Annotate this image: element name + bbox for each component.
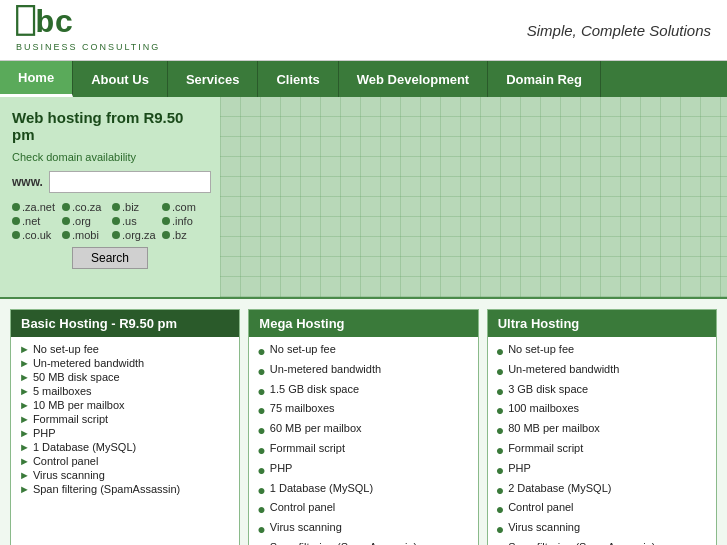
basic-hosting-header: Basic Hosting - R9.50 pm	[11, 310, 239, 337]
tld-net[interactable]: .net	[12, 215, 58, 227]
list-item: ►50 MB disk space	[19, 371, 231, 383]
list-item: ●Control panel	[496, 501, 708, 518]
header: ⎕bc BUSINESS CONSULTING Simple, Complete…	[0, 0, 727, 61]
nav-services[interactable]: Services	[168, 61, 259, 97]
nav-domainreg[interactable]: Domain Reg	[488, 61, 601, 97]
domain-row: www.	[12, 171, 208, 193]
list-item: ●2 Database (MySQL)	[496, 482, 708, 499]
list-item: ●Formmail script	[257, 442, 469, 459]
content-area: Web hosting from R9.50 pm Check domain a…	[0, 97, 727, 297]
list-item: ►Virus scanning	[19, 469, 231, 481]
search-button[interactable]: Search	[72, 247, 148, 269]
grid-background	[220, 97, 727, 297]
tld-info[interactable]: .info	[162, 215, 208, 227]
list-item: ►Span filtering (SpamAssassin)	[19, 483, 231, 495]
list-item: ►1 Database (MySQL)	[19, 441, 231, 453]
list-item: ●Virus scanning	[496, 521, 708, 538]
search-panel: Web hosting from R9.50 pm Check domain a…	[0, 97, 220, 297]
list-item: ►10 MB per mailbox	[19, 399, 231, 411]
tld-org[interactable]: .org	[62, 215, 108, 227]
list-item: ●1.5 GB disk space	[257, 383, 469, 400]
basic-hosting-body: ►No set-up fee ►Un-metered bandwidth ►50…	[11, 337, 239, 503]
nav-about[interactable]: About Us	[73, 61, 168, 97]
main-nav: Home About Us Services Clients Web Devel…	[0, 61, 727, 97]
ultra-hosting-body: ●No set-up fee ●Un-metered bandwidth ●3 …	[488, 337, 716, 545]
list-item: ►5 mailboxes	[19, 385, 231, 397]
basic-hosting-box: Basic Hosting - R9.50 pm ►No set-up fee …	[10, 309, 240, 545]
ultra-hosting-box: Ultra Hosting ●No set-up fee ●Un-metered…	[487, 309, 717, 545]
logo-subtitle: BUSINESS CONSULTING	[16, 42, 160, 52]
list-item: ●No set-up fee	[257, 343, 469, 360]
list-item: ●Un-metered bandwidth	[257, 363, 469, 380]
tld-biz[interactable]: .biz	[112, 201, 158, 213]
list-item: ●80 MB per mailbox	[496, 422, 708, 439]
nav-home[interactable]: Home	[0, 61, 73, 97]
list-item: ●Span filtering (SpamAssassin)	[257, 541, 469, 545]
list-item: ●No set-up fee	[496, 343, 708, 360]
nav-webdev[interactable]: Web Development	[339, 61, 488, 97]
list-item: ►Formmail script	[19, 413, 231, 425]
tld-com[interactable]: .com	[162, 201, 208, 213]
tld-us[interactable]: .us	[112, 215, 158, 227]
logo-area: ⎕bc BUSINESS CONSULTING	[16, 8, 160, 52]
mega-hosting-box: Mega Hosting ●No set-up fee ●Un-metered …	[248, 309, 478, 545]
list-item: ►Control panel	[19, 455, 231, 467]
list-item: ●Virus scanning	[257, 521, 469, 538]
list-item: ●60 MB per mailbox	[257, 422, 469, 439]
search-title: Web hosting from R9.50 pm	[12, 109, 208, 143]
mega-hosting-header: Mega Hosting	[249, 310, 477, 337]
search-subtitle: Check domain availability	[12, 151, 208, 163]
tld-grid: .za.net .co.za .biz .com .net .org .us .…	[12, 201, 208, 241]
list-item: ●Control panel	[257, 501, 469, 518]
list-item: ●Un-metered bandwidth	[496, 363, 708, 380]
list-item: ●1 Database (MySQL)	[257, 482, 469, 499]
tld-bz[interactable]: .bz	[162, 229, 208, 241]
tld-za-net[interactable]: .za.net	[12, 201, 58, 213]
list-item: ►Un-metered bandwidth	[19, 357, 231, 369]
list-item: ●Formmail script	[496, 442, 708, 459]
list-item: ●75 mailboxes	[257, 402, 469, 419]
domain-label: www.	[12, 175, 43, 189]
nav-clients[interactable]: Clients	[258, 61, 338, 97]
tld-co-za[interactable]: .co.za	[62, 201, 108, 213]
mega-hosting-body: ●No set-up fee ●Un-metered bandwidth ●1.…	[249, 337, 477, 545]
list-item: ●Span filtering (SpamAssassin)	[496, 541, 708, 545]
list-item: ●3 GB disk space	[496, 383, 708, 400]
list-item: ●PHP	[496, 462, 708, 479]
ultra-hosting-header: Ultra Hosting	[488, 310, 716, 337]
hosting-section: Basic Hosting - R9.50 pm ►No set-up fee …	[0, 297, 727, 545]
logo-icon: ⎕bc	[16, 8, 160, 40]
tld-co-uk[interactable]: .co.uk	[12, 229, 58, 241]
tld-org-za[interactable]: .org.za	[112, 229, 158, 241]
list-item: ►No set-up fee	[19, 343, 231, 355]
list-item: ●100 mailboxes	[496, 402, 708, 419]
domain-input[interactable]	[49, 171, 211, 193]
tagline: Simple, Complete Solutions	[527, 22, 711, 39]
list-item: ●PHP	[257, 462, 469, 479]
list-item: ►PHP	[19, 427, 231, 439]
tld-mobi[interactable]: .mobi	[62, 229, 108, 241]
